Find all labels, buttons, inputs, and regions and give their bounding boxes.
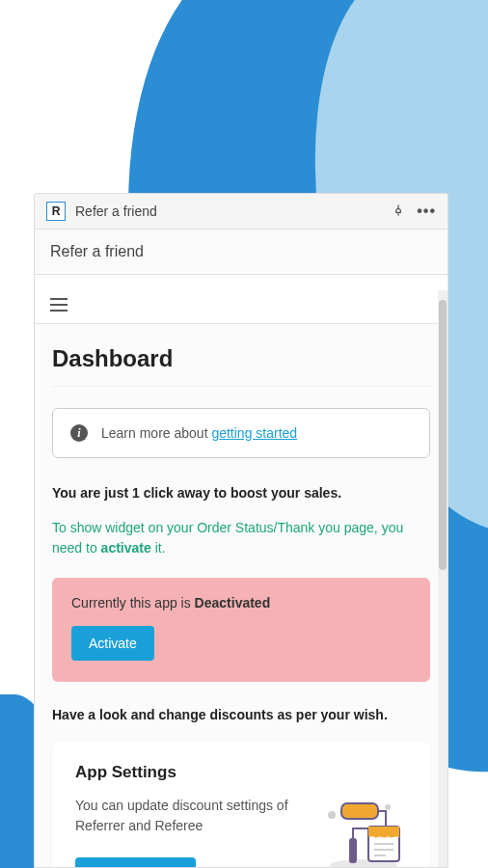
svg-point-0: [385, 804, 391, 810]
header-bar: Refer a friend: [35, 230, 447, 275]
header-title: Refer a friend: [50, 243, 144, 259]
titlebar: R Refer a friend •••: [35, 194, 447, 230]
hamburger-icon[interactable]: [50, 298, 68, 312]
card-title: App Settings: [75, 763, 407, 782]
svg-rect-3: [341, 803, 378, 819]
status-box: Currently this app is Deactivated Activa…: [52, 578, 430, 682]
instruction-suffix: it.: [151, 540, 166, 556]
divider: [52, 386, 430, 387]
status-text: Currently this app is Deactivated: [71, 595, 411, 610]
app-logo-icon: R: [46, 202, 66, 221]
page-title: Dashboard: [52, 345, 430, 372]
headline: You are just 1 click away to boost your …: [52, 485, 430, 501]
getting-started-link[interactable]: getting started: [211, 425, 297, 441]
go-to-settings-button[interactable]: Go to Settings: [75, 857, 196, 868]
content-area: Dashboard i Learn more about getting sta…: [35, 324, 447, 868]
status-state: Deactivated: [195, 595, 271, 610]
info-banner: i Learn more about getting started: [52, 408, 430, 458]
info-text: Learn more about getting started: [101, 425, 297, 441]
app-settings-card: App Settings You can update discount set…: [52, 742, 430, 868]
info-icon: i: [70, 424, 88, 442]
status-prefix: Currently this app is: [71, 595, 195, 610]
svg-rect-5: [349, 838, 357, 863]
instruction-text: To show widget on your Order Status/Than…: [52, 518, 430, 558]
instruction-strong: activate: [101, 540, 151, 556]
scrollbar-thumb[interactable]: [439, 300, 447, 570]
card-description: You can update discount settings of Refe…: [75, 796, 305, 836]
svg-point-1: [328, 811, 336, 819]
info-prefix: Learn more about: [101, 425, 211, 441]
titlebar-title: Refer a friend: [75, 203, 157, 219]
app-window: R Refer a friend ••• Refer a friend Dash…: [34, 193, 448, 868]
subheadline: Have a look and change discounts as per …: [52, 707, 430, 722]
menu-bar: [35, 275, 447, 324]
paint-roller-icon: [320, 796, 407, 868]
more-icon[interactable]: •••: [417, 203, 436, 220]
activate-button[interactable]: Activate: [71, 626, 154, 661]
pin-icon[interactable]: [392, 203, 405, 220]
